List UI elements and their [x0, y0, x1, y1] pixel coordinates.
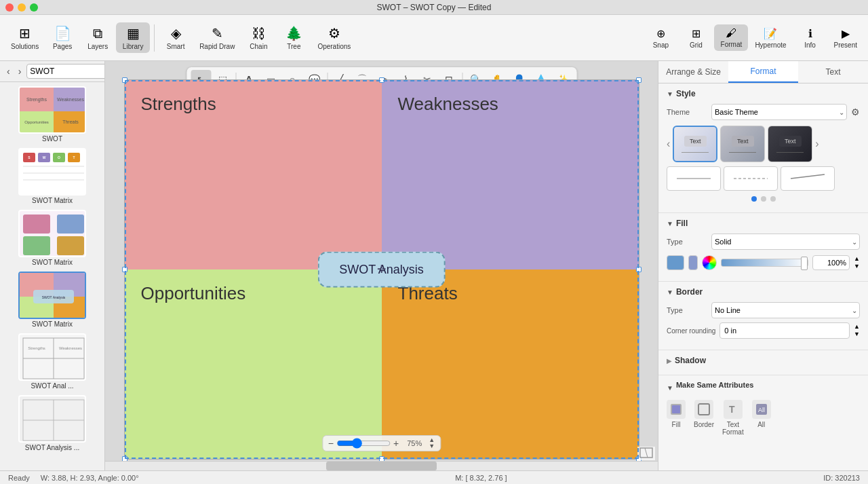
dot-3[interactable] — [770, 196, 776, 202]
thumb-swot-matrix-3[interactable]: SWOT Analysis SWOT Matrix — [4, 272, 100, 328]
thumb-swot-matrix-1[interactable]: S W O T SWOT Matrix — [4, 148, 100, 204]
format-label: Format — [721, 41, 743, 48]
center-box[interactable]: SWOT Analysis ✛ — [317, 251, 446, 287]
tab-format[interactable]: Format — [728, 61, 798, 83]
zoom-slider[interactable] — [336, 438, 391, 449]
toolbar-pages[interactable]: 📄 Pages — [45, 22, 79, 53]
border-type-select[interactable]: No Line — [711, 302, 860, 318]
border-section-header[interactable]: ▼ Border — [667, 287, 860, 297]
toolbar-grid[interactable]: ⊞ Grid — [679, 24, 713, 52]
svg-text:Opportunities: Opportunities — [24, 120, 49, 124]
line-swatch-3[interactable] — [781, 166, 835, 191]
thumb-swot[interactable]: Strengths Weaknesses Opportunities Threa… — [4, 86, 100, 143]
fill-opacity-input[interactable] — [812, 255, 850, 270]
toolbar-snap[interactable]: ⊕ Snap — [644, 24, 677, 52]
handle-mr[interactable] — [636, 267, 642, 272]
toolbar-layers[interactable]: ⧉ Layers — [81, 23, 115, 53]
tab-arrange-size[interactable]: Arrange & Size — [658, 61, 728, 83]
handle-tr[interactable] — [636, 77, 642, 83]
svg-text:T: T — [729, 404, 735, 415]
swatch-medium[interactable]: Text — [720, 126, 765, 162]
make-same-border-icon — [694, 400, 713, 419]
handle-ml[interactable] — [122, 267, 127, 272]
theme-gear-button[interactable]: ⚙ — [851, 107, 860, 117]
fill-opacity-slider[interactable] — [721, 259, 808, 267]
line-swatch-2[interactable] — [724, 166, 778, 191]
present-icon: ▶ — [842, 27, 850, 40]
line-swatch-1[interactable] — [667, 166, 721, 191]
toolbar-tree[interactable]: 🌲 Tree — [277, 22, 311, 53]
opacity-down[interactable]: ▼ — [854, 263, 860, 270]
nav-back-button[interactable]: ‹ — [4, 64, 13, 78]
toolbar-info[interactable]: ℹ Info — [793, 24, 827, 52]
window-title: SWOT – SWOT Copy — Edited — [377, 3, 492, 12]
make-same-border-button[interactable]: Border — [694, 400, 714, 436]
quad-opportunities[interactable]: Opportunities — [125, 269, 382, 459]
opacity-stepper[interactable]: ▲ ▼ — [854, 255, 860, 270]
make-same-text-format-icon: T — [724, 400, 743, 419]
shadow-section-header[interactable]: ▶ Shadow — [667, 356, 860, 365]
corner-stepper[interactable]: ▲ ▼ — [854, 323, 860, 338]
toolbar-hypernote[interactable]: 📝 Hypernote — [749, 24, 791, 52]
corner-down[interactable]: ▼ — [854, 331, 860, 338]
corner-input[interactable] — [719, 322, 850, 339]
canvas-scrollbar-h[interactable] — [105, 461, 658, 470]
minimize-button[interactable] — [18, 3, 26, 12]
fill-type-select[interactable]: Solid — [711, 234, 860, 250]
dot-1[interactable] — [751, 196, 757, 202]
toolbar-format[interactable]: 🖌 Format — [714, 24, 748, 51]
make-same-text-format-label: TextFormat — [722, 421, 744, 436]
handle-tl[interactable] — [122, 77, 127, 83]
style-section-header[interactable]: ▼ Style — [667, 89, 860, 98]
thumb-swot-anal[interactable]: Strengths Weaknesses SWOT Anal ... — [4, 333, 100, 390]
color-wheel-button[interactable] — [702, 255, 717, 270]
swatch-prev-button[interactable]: ‹ — [667, 138, 670, 150]
zoom-out-button[interactable]: − — [328, 438, 334, 449]
make-same-all-button[interactable]: All All — [752, 400, 771, 436]
fill-type-label: Type — [667, 238, 707, 246]
make-same-text-format-button[interactable]: T TextFormat — [722, 400, 744, 436]
fill-color-swatch-2[interactable] — [688, 255, 698, 270]
thumb-swot-matrix-2[interactable]: SWOT Matrix — [4, 210, 100, 266]
handle-tc[interactable] — [379, 77, 384, 83]
nav-forward-button[interactable]: › — [16, 64, 24, 78]
page-name-input[interactable] — [26, 64, 105, 79]
zoom-stepper[interactable]: ▲ ▼ — [429, 437, 435, 449]
thumbnail-list: Strengths Weaknesses Opportunities Threa… — [0, 82, 104, 455]
make-same-fill-button[interactable]: Fill — [667, 400, 686, 436]
canvas-area[interactable]: ↖ ⬚ A ▭ ○ 💬 ╱ ⌒ ✒ ⌇ ✂ ⊡ 🔍 ✋ 👤 💧 ✨ — [105, 61, 658, 470]
quad-threats[interactable]: Threats — [382, 269, 639, 459]
toolbar-operations[interactable]: ⚙ Operations — [312, 22, 356, 53]
toolbar-rapid-draw[interactable]: ✎ Rapid Draw — [194, 22, 240, 53]
zoom-value-input[interactable] — [401, 439, 427, 447]
quad-weaknesses[interactable]: Weaknesses — [382, 80, 639, 269]
zoom-down[interactable]: ▼ — [429, 443, 435, 449]
toolbar-solutions[interactable]: ⊞ Solutions — [5, 22, 44, 53]
maximize-button[interactable] — [30, 3, 38, 12]
toolbar-present[interactable]: ▶ Present — [829, 24, 863, 52]
panel-tabs: Arrange & Size Format Text — [658, 61, 868, 83]
quad-strengths[interactable]: Strengths — [125, 80, 382, 269]
tab-text[interactable]: Text — [798, 61, 868, 83]
status-bar: Ready W: 3.88, H: 2.93, Angle: 0.00° M: … — [0, 470, 868, 484]
svg-rect-23 — [23, 236, 50, 255]
swatch-next-button[interactable]: › — [815, 138, 818, 150]
canvas-content[interactable]: Strengths Weaknesses Opportunities Threa… — [124, 79, 639, 460]
border-section: ▼ Border Type No Line ⌄ Corner rounding — [658, 281, 868, 350]
swatch-dark[interactable]: Text — [768, 126, 812, 162]
toolbar-library[interactable]: ▦ Library — [116, 22, 150, 53]
fill-section-header[interactable]: ▼ Fill — [667, 219, 860, 228]
window-controls[interactable] — [5, 3, 38, 12]
opacity-up[interactable]: ▲ — [854, 255, 860, 263]
zoom-in-button[interactable]: + — [393, 438, 399, 449]
toolbar-smart[interactable]: ◈ Smart — [159, 22, 193, 53]
swatch-light[interactable]: Text — [673, 126, 717, 162]
close-button[interactable] — [5, 3, 14, 12]
toolbar-chain[interactable]: ⛓ Chain — [241, 23, 275, 53]
corner-up[interactable]: ▲ — [854, 323, 860, 331]
thumb-swot-analysis[interactable]: SWOT Analysis ... — [4, 395, 100, 451]
fill-color-swatch[interactable] — [667, 255, 684, 270]
status-dimensions: W: 3.88, H: 2.93, Angle: 0.00° — [41, 474, 139, 482]
theme-select[interactable]: Basic Theme — [711, 104, 847, 120]
dot-2[interactable] — [761, 196, 766, 202]
